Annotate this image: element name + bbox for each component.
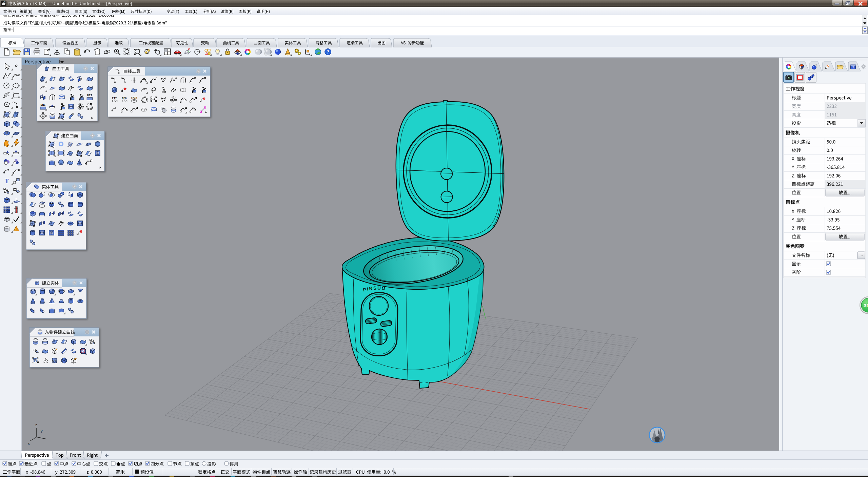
svg-text:z: z	[35, 423, 37, 427]
svg-text:y: y	[41, 429, 43, 433]
svg-text:3D: 3D	[864, 303, 868, 308]
svg-text:x: x	[28, 441, 30, 445]
svg-text:6: 6	[4, 1, 5, 3]
